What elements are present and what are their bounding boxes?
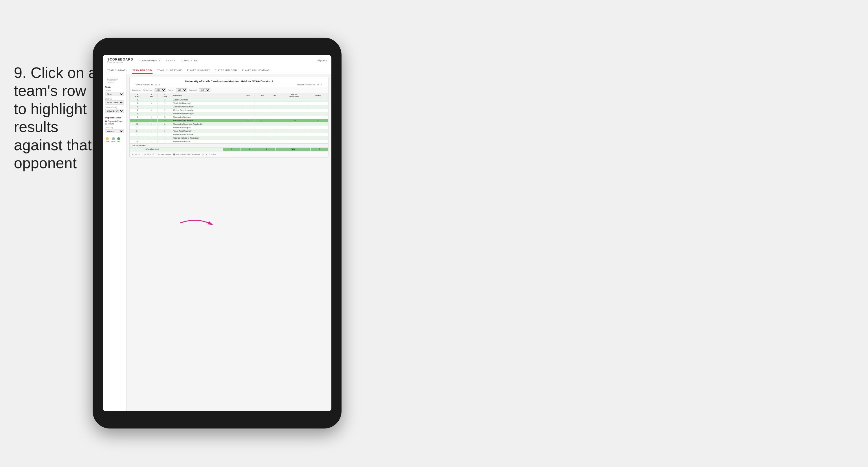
out-of-division-header: Out of division — [130, 143, 328, 147]
save-icon: 💾 — [173, 153, 175, 155]
table-row[interactable]: 9-3 University of Arizona — [130, 116, 328, 119]
instruction-text: 9. Click on a team's row to highlight re… — [14, 64, 98, 172]
report-container: University of North Carolina Head-to-Hea… — [129, 77, 329, 157]
nav-teams[interactable]: TEAMS — [166, 58, 176, 63]
toolbar: ↩ ↪ ← | ⊞ ⊕ | ⏱ 👁 View: Original — [130, 151, 328, 157]
watch-icon: 👁 — [192, 153, 194, 155]
watch-btn[interactable]: 👁 Watch ▾ — [192, 153, 200, 155]
col-conf: #Conf — [158, 93, 172, 98]
tablet-device: SCOREBOARD Powered by clippi TOURNAMENTS… — [93, 38, 342, 429]
conference-filter-label: Conference — [143, 89, 152, 91]
legend-level: Level — [111, 137, 115, 142]
share-btn[interactable]: ↗ Share — [209, 153, 216, 155]
tab-team-summary[interactable]: TEAM SUMMARY — [107, 69, 128, 74]
table-row[interactable]: 14-1 Texas Tech University — [130, 129, 328, 133]
radio-top100[interactable]: Top 100 — [105, 123, 124, 125]
legend-dot-down — [106, 137, 109, 140]
table-row[interactable]: 4-1 Arizona State University — [130, 105, 328, 109]
region-filter-label: Region — [168, 89, 174, 91]
tab-player-summary[interactable]: PLAYER SUMMARY — [186, 69, 210, 74]
main-content: Last Updated: 27/03/2024 16:55:38 Team G… — [103, 74, 332, 411]
team-section-title: Team — [105, 86, 124, 88]
table-row[interactable]: 8-2 University of Washington — [130, 112, 328, 116]
opponent-view-radios: Opponents Played Top 100 — [105, 120, 124, 125]
tab-team-h2h-heatmap[interactable]: TEAM H2H HEATMAP — [157, 69, 183, 74]
division-select[interactable]: NCAA Division I — [105, 100, 124, 105]
toolbar-icon3[interactable]: | — [151, 153, 151, 155]
logo-sub: Powered by clippi — [107, 61, 133, 63]
report-header: University of North Carolina Head-to-Hea… — [130, 77, 328, 87]
table-row[interactable]: 3-2 Vanderbilt University — [130, 101, 328, 105]
legend-up: Up — [117, 137, 120, 142]
division-record: Division Record: 88 - 17 - 0 — [297, 84, 322, 86]
table-row[interactable]: 12-6 University of Arkansas, Fayettevill… — [130, 122, 328, 126]
tab-player-h2h-grid[interactable]: PLAYER H2H GRID — [214, 69, 238, 74]
view-icon: 👁 — [158, 153, 160, 155]
toolbar-divider — [156, 153, 156, 156]
table-row[interactable]: 2-1 Auburn University — [130, 98, 328, 101]
toolbar-icon1[interactable]: ⊞ — [144, 153, 146, 155]
school-select[interactable]: University of Nort... — [105, 109, 124, 113]
col-loss: Loss — [254, 93, 269, 98]
top-nav: SCOREBOARD Powered by clippi TOURNAMENTS… — [103, 55, 332, 66]
legend-dot-level — [112, 137, 115, 140]
legend-down: Down — [105, 137, 110, 142]
logo-text: SCOREBOARD — [107, 58, 133, 61]
tablet-screen: SCOREBOARD Powered by clippi TOURNAMENTS… — [103, 55, 332, 411]
school-label: School (Rank) — [105, 106, 124, 108]
table-row-highlighted[interactable]: 11-5 University of Alabama 3002.618 — [130, 119, 328, 122]
undo-button[interactable]: ↩ — [132, 153, 133, 155]
col-win: Win — [242, 93, 254, 98]
table-row[interactable]: --4 Georgia Institute of Technology — [130, 136, 328, 140]
legend-dot-up — [117, 137, 120, 140]
table-row[interactable]: 6-2 Florida State University — [130, 109, 328, 112]
opponent-filter-select[interactable]: (All) — [199, 88, 210, 92]
logo-area: SCOREBOARD Powered by clippi — [107, 58, 133, 63]
nav-tournaments[interactable]: TOURNAMENTS — [139, 58, 161, 63]
conference-filter-select[interactable]: (All) — [155, 88, 166, 92]
gender-label: Gender — [105, 89, 124, 91]
tab-team-h2h-grid[interactable]: TEAM H2H GRID — [132, 69, 153, 74]
overall-record: Overall Record: 89 - 17 - 0 — [136, 84, 160, 86]
content-area: University of North Carolina Head-to-Hea… — [126, 74, 332, 411]
opponent-filter-label: Opponent — [189, 89, 196, 91]
redo-button[interactable]: ↪ — [135, 153, 136, 155]
colour-by-select[interactable]: Win/loss — [105, 129, 124, 133]
toolbar-clock[interactable]: ⏱ — [153, 153, 154, 155]
opponent-view-title: Opponent View — [105, 116, 124, 119]
radio-opponents-played[interactable]: Opponents Played — [105, 120, 124, 122]
sidebar: Last Updated: 27/03/2024 16:55:38 Team G… — [103, 74, 126, 411]
last-updated: Last Updated: 27/03/2024 16:55:38 — [105, 77, 124, 84]
gender-select[interactable]: Men's — [105, 92, 124, 96]
legend: Down Level Up — [105, 137, 124, 142]
filter-row: Opponents: Conference (All) Region (All)… — [130, 87, 328, 93]
table-row[interactable]: 16-2 University of Florida — [130, 140, 328, 143]
nav-items: TOURNAMENTS TEAMS COMMITTEE — [139, 58, 317, 63]
out-of-division-row[interactable]: NCAA Division II 1 0 0 26.00 3 — [130, 148, 328, 151]
col-diff: Diff AvStrokes/Rnd — [280, 93, 308, 98]
toolbar-icon4[interactable]: ⬜ — [202, 153, 204, 155]
view-original-btn[interactable]: 👁 View: Original — [158, 153, 171, 155]
table-row[interactable]: 15-2 University of Oklahoma — [130, 133, 328, 136]
toolbar-icon2[interactable]: ⊕ — [147, 153, 149, 155]
region-filter-select[interactable]: (All) — [176, 88, 187, 92]
toolbar-icon5[interactable]: ⊞ — [206, 153, 207, 155]
opponents-label: Opponents: — [132, 89, 141, 91]
division-label: Division — [105, 98, 124, 100]
back-button[interactable]: ← — [138, 153, 140, 155]
report-title: University of North Carolina Head-to-Hea… — [133, 80, 325, 83]
col-tie: Tie — [269, 93, 280, 98]
radio-dot-opponents — [105, 120, 107, 122]
radio-dot-top100 — [105, 123, 107, 125]
h2h-table: #Rank #Reg #Conf Opponent Win Loss Tie D… — [130, 93, 328, 143]
col-opponent: Opponent — [172, 93, 242, 98]
table-row[interactable]: 13-3 University of Virginia — [130, 126, 328, 129]
colour-by-label: Colour by — [105, 126, 124, 128]
out-of-division-table: NCAA Division II 1 0 0 26.00 3 — [130, 147, 328, 151]
nav-committee[interactable]: COMMITTEE — [181, 58, 198, 63]
sign-out-link[interactable]: Sign out — [317, 59, 327, 62]
col-rank: #Rank — [130, 93, 145, 98]
col-reg: #Reg — [145, 93, 158, 98]
tab-player-h2h-heatmap[interactable]: PLAYER H2H HEATMAP — [241, 69, 270, 74]
save-custom-btn[interactable]: 💾 Save Custom View — [173, 153, 190, 155]
